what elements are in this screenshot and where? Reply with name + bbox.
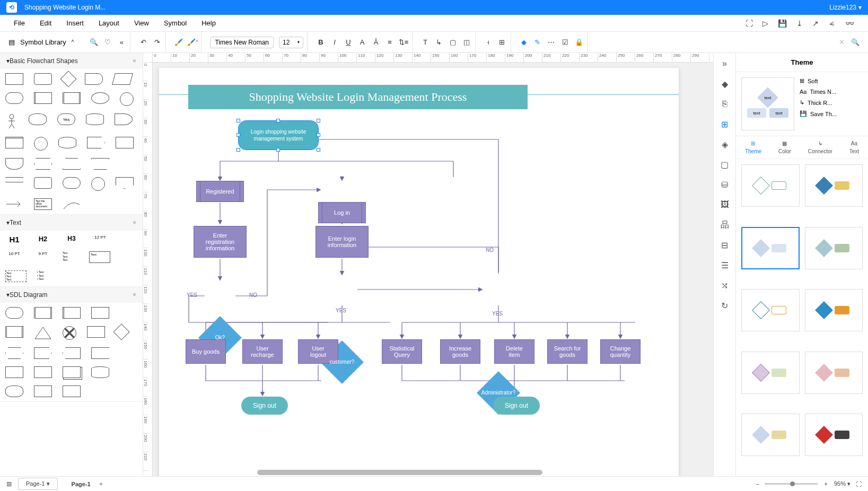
bold-icon[interactable]: B bbox=[317, 38, 325, 47]
font-select[interactable]: Times New Roman bbox=[210, 37, 274, 48]
sdl-triangle[interactable] bbox=[34, 326, 52, 338]
shape-cylinder2[interactable] bbox=[58, 137, 76, 148]
node-buy[interactable]: Buy goods bbox=[186, 339, 226, 364]
zoom-in-icon[interactable]: ＋ bbox=[823, 480, 829, 488]
layers-icon[interactable]: ◈ bbox=[720, 139, 730, 150]
shape-doc[interactable] bbox=[5, 158, 23, 170]
collapse-icon[interactable]: « bbox=[117, 38, 126, 47]
sdl-block[interactable] bbox=[5, 326, 23, 338]
sdl-rect5[interactable] bbox=[34, 385, 52, 397]
share-icon[interactable]: ⪪ bbox=[828, 19, 836, 28]
save-icon[interactable]: 💾 bbox=[778, 19, 787, 28]
section-head-flowchart[interactable]: ▾ Basic Flowchart Shapes × bbox=[0, 53, 143, 69]
sdl-rect3[interactable] bbox=[5, 366, 23, 378]
shape-circle2[interactable] bbox=[34, 137, 48, 151]
clear-format-icon[interactable]: 🖌️° bbox=[188, 38, 197, 47]
text-box[interactable]: Text bbox=[89, 251, 110, 263]
zoom-slider[interactable] bbox=[765, 483, 818, 485]
search-canvas-icon[interactable]: 🔍 bbox=[851, 38, 860, 47]
sdl-stack[interactable] bbox=[63, 366, 81, 378]
tools-icon[interactable]: ✕ bbox=[837, 38, 846, 47]
tab-color[interactable]: ▦Color bbox=[778, 141, 791, 154]
database-icon[interactable]: ⛁ bbox=[720, 179, 730, 190]
node-recharge[interactable]: User recharge bbox=[242, 339, 283, 364]
opt-soft[interactable]: ⊞Soft bbox=[800, 77, 863, 84]
section-head-sdl[interactable]: ▾ SDL Diagram × bbox=[0, 287, 143, 303]
node-increase[interactable]: Increase goods bbox=[440, 339, 480, 364]
chevron-up-icon[interactable]: ^ bbox=[72, 39, 74, 45]
sdl-msg-in[interactable] bbox=[63, 347, 81, 359]
close-icon[interactable]: × bbox=[133, 219, 136, 226]
text-9pt[interactable]: 9 PT bbox=[34, 251, 52, 263]
sdl-save[interactable] bbox=[91, 347, 109, 359]
edit-shape-icon[interactable]: ☑ bbox=[561, 38, 569, 47]
text-highlight-icon[interactable]: Ā bbox=[372, 38, 380, 47]
search-icon[interactable]: 🔍 bbox=[90, 38, 98, 47]
section-head-text[interactable]: ▾ Text × bbox=[0, 215, 143, 231]
align-obj-icon[interactable]: ⫞ bbox=[484, 38, 493, 47]
opt-save[interactable]: 💾Save Th... bbox=[800, 110, 863, 117]
fill-tool-icon[interactable]: ◆ bbox=[720, 78, 730, 89]
shape-pill2[interactable] bbox=[63, 177, 81, 189]
tab-connector[interactable]: ↳Connector bbox=[808, 141, 832, 154]
shape-manual[interactable] bbox=[63, 158, 81, 170]
user-menu[interactable]: Lizzie123 ▾ bbox=[829, 4, 862, 11]
zoom-value[interactable]: 95% ▾ bbox=[834, 480, 851, 487]
format-painter-icon[interactable]: 🖌️ bbox=[174, 38, 183, 47]
shape-diamond[interactable] bbox=[60, 71, 76, 87]
org-icon[interactable]: 品 bbox=[720, 220, 730, 230]
sdl-msg-out[interactable] bbox=[34, 347, 52, 359]
shape-ellipse[interactable] bbox=[91, 92, 109, 104]
picture-icon[interactable]: 🖼 bbox=[720, 199, 730, 210]
shape-predef[interactable] bbox=[34, 92, 52, 104]
node-enter-login[interactable]: Enter login information bbox=[315, 226, 369, 258]
export-icon[interactable]: ↗ bbox=[812, 19, 819, 28]
node-stat[interactable]: Statistical Query bbox=[382, 339, 422, 364]
text-12pt[interactable]: 12 PT bbox=[91, 235, 109, 244]
menu-file[interactable]: File bbox=[6, 19, 32, 27]
page-active[interactable]: Page-1 bbox=[72, 481, 91, 487]
sdl-cloud[interactable] bbox=[5, 385, 23, 397]
node-start[interactable]: Login shopping website management system bbox=[239, 121, 318, 150]
line-spacing-icon[interactable]: ⇅≡ bbox=[399, 38, 408, 47]
text-h1[interactable]: H1 bbox=[5, 235, 23, 244]
add-page-icon[interactable]: ＋ bbox=[98, 480, 104, 488]
app-logo[interactable]: ⟲ bbox=[6, 2, 17, 13]
theme-option[interactable] bbox=[741, 164, 800, 207]
shape-tag[interactable] bbox=[87, 137, 105, 148]
menu-layout[interactable]: Layout bbox=[91, 19, 127, 27]
theme-option-active[interactable] bbox=[741, 227, 800, 269]
shape-card[interactable] bbox=[116, 137, 134, 148]
sdl-rect2[interactable] bbox=[87, 326, 105, 338]
opt-line[interactable]: ↳Thick R... bbox=[800, 99, 863, 106]
shape-delay[interactable] bbox=[115, 113, 133, 125]
shape-curve[interactable] bbox=[63, 198, 81, 210]
library-label[interactable]: Symbol Library bbox=[20, 38, 66, 46]
shape-round2[interactable] bbox=[34, 177, 52, 189]
close-icon[interactable]: × bbox=[133, 291, 136, 299]
menu-insert[interactable]: Insert bbox=[59, 19, 91, 27]
sdl-process[interactable] bbox=[34, 307, 52, 319]
text-h3[interactable]: H3 bbox=[63, 235, 81, 244]
shape-icon[interactable]: ◫ bbox=[462, 38, 471, 47]
presentation-icon[interactable]: ▢ bbox=[720, 159, 730, 170]
data-icon[interactable]: ⊟ bbox=[720, 240, 730, 250]
menu-symbol[interactable]: Symbol bbox=[156, 19, 194, 27]
sdl-input[interactable] bbox=[63, 307, 81, 319]
shape-lines[interactable] bbox=[5, 177, 23, 182]
shape-arrow[interactable] bbox=[5, 198, 23, 210]
align-icon[interactable]: ≡ bbox=[385, 38, 394, 47]
shape-note[interactable]: Text the office document bbox=[34, 198, 52, 210]
screenshot-icon[interactable]: ⛶ bbox=[746, 19, 753, 28]
shape-subprocess[interactable] bbox=[63, 92, 81, 104]
sdl-terminator[interactable] bbox=[5, 307, 23, 319]
tab-text[interactable]: AaText bbox=[849, 141, 859, 154]
fill-icon[interactable]: ◆ bbox=[520, 38, 528, 47]
node-signout2[interactable]: Sign out bbox=[493, 397, 540, 415]
horizontal-scrollbar[interactable] bbox=[257, 470, 542, 475]
node-search[interactable]: Search for goods bbox=[547, 339, 588, 364]
shape-actor[interactable] bbox=[5, 113, 18, 129]
shape-round-rect[interactable] bbox=[34, 73, 52, 85]
glasses-icon[interactable]: 👓 bbox=[845, 19, 854, 28]
theme-option[interactable] bbox=[741, 352, 800, 394]
